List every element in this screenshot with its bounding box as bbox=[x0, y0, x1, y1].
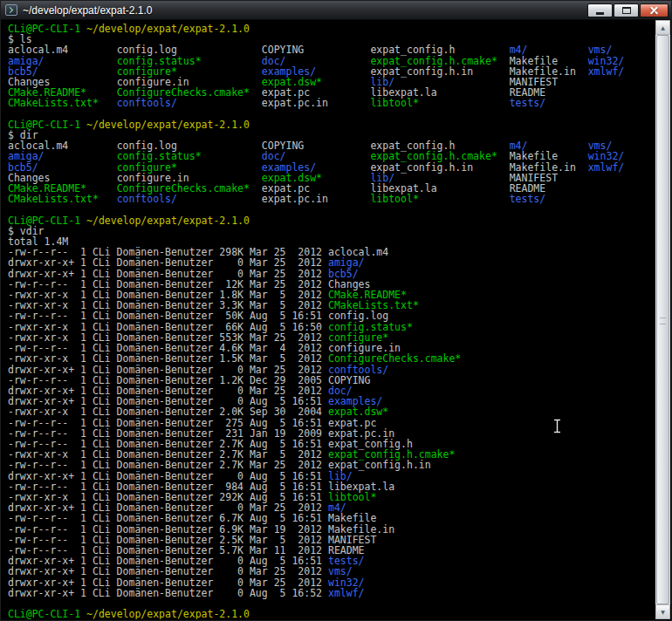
minimize-button[interactable] bbox=[587, 3, 613, 17]
window-title: ~/develop/expat/expat-2.1.0 bbox=[23, 4, 587, 17]
close-button[interactable] bbox=[640, 3, 669, 17]
terminal-line: $ vdir bbox=[8, 226, 655, 236]
arrow-down-icon: ▼ bbox=[661, 610, 665, 615]
arrow-up-icon: ▲ bbox=[661, 25, 665, 31]
terminal-line: CLi@PC-CLI-1 ~/develop/expat/expat-2.1.0 bbox=[8, 24, 655, 34]
terminal-line: CMakeLists.txt* conftools/ expat.pc.in l… bbox=[8, 194, 655, 204]
titlebar[interactable]: ~/develop/expat/expat-2.1.0 bbox=[1, 1, 671, 20]
scrollbar-thumb[interactable] bbox=[656, 35, 669, 604]
maximize-button[interactable] bbox=[614, 3, 639, 17]
minimize-icon bbox=[596, 12, 604, 15]
terminal-line: CLi@PC-CLI-1 ~/develop/expat/expat-2.1.0 bbox=[8, 119, 655, 130]
close-icon bbox=[649, 5, 659, 15]
terminal-line: CMakeLists.txt* conftools/ expat.pc.in l… bbox=[8, 98, 655, 108]
terminal-output[interactable]: CLi@PC-CLI-1 ~/develop/expat/expat-2.1.0… bbox=[2, 20, 655, 619]
scroll-down-button[interactable]: ▼ bbox=[655, 604, 670, 619]
terminal-line: CLi@PC-CLI-1 ~/develop/expat/expat-2.1.0 bbox=[8, 609, 655, 619]
mintty-app-icon[interactable] bbox=[5, 4, 17, 16]
terminal-line: drwxr-xr-x+ 1 CLi Domänen-Benutzer 0 Aug… bbox=[8, 588, 655, 598]
terminal-line: CLi@PC-CLI-1 ~/develop/expat/expat-2.1.0 bbox=[8, 215, 655, 226]
scrollbar[interactable]: ▲ ▼ bbox=[655, 20, 670, 619]
maximize-icon bbox=[622, 7, 631, 14]
terminal-window: ~/develop/expat/expat-2.1.0 CLi@PC-CLI-1… bbox=[0, 0, 672, 621]
window-controls bbox=[587, 3, 669, 17]
scroll-up-button[interactable]: ▲ bbox=[655, 20, 670, 35]
